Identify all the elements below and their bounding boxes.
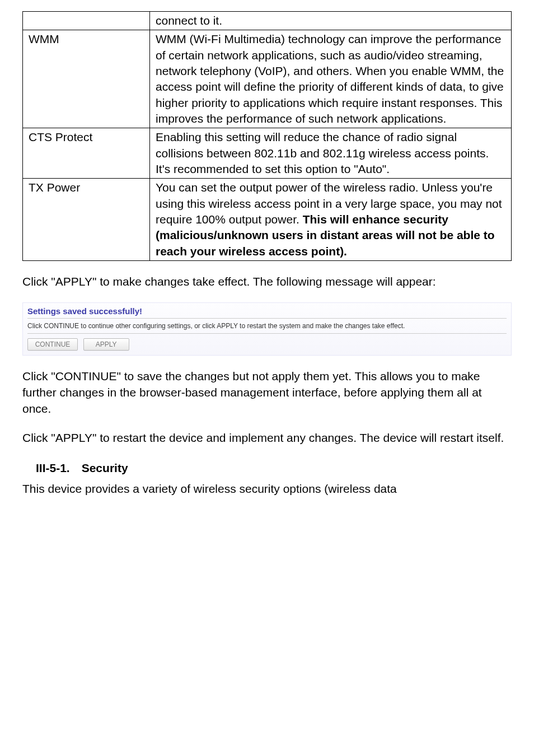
cell-cts-desc: Enabling this setting will reduce the ch…: [149, 128, 511, 179]
paragraph-security-intro: This device provides a variety of wirele…: [22, 480, 512, 497]
cell-connect: connect to it.: [149, 12, 511, 30]
settings-buttons-row: CONTINUE APPLY: [27, 334, 507, 351]
apply-button[interactable]: APPLY: [83, 338, 129, 351]
section-heading-security: III-5-1. Security: [36, 461, 512, 475]
paragraph-continue-explain: Click "CONTINUE" to save the changes but…: [22, 368, 512, 417]
settings-saved-title: Settings saved successfully!: [27, 306, 507, 318]
paragraph-apply-explain: Click "APPLY" to restart the device and …: [22, 430, 512, 446]
settings-table: connect to it. WMM WMM (Wi-Fi Multimedia…: [22, 11, 512, 261]
cell-wmm-desc: WMM (Wi-Fi Multimedia) technology can im…: [149, 30, 511, 128]
settings-saved-panel: Settings saved successfully! Click CONTI…: [22, 302, 512, 356]
settings-saved-message: Click CONTINUE to continue other configu…: [27, 318, 507, 334]
cell-empty: [23, 12, 150, 30]
cell-txpower-label: TX Power: [23, 179, 150, 261]
paragraph-apply-msg: Click "APPLY" to make changes take effec…: [22, 273, 512, 290]
cell-txpower-desc: You can set the output power of the wire…: [149, 179, 511, 261]
continue-button[interactable]: CONTINUE: [27, 338, 78, 351]
cell-wmm-label: WMM: [23, 30, 150, 128]
cell-cts-label: CTS Protect: [23, 128, 150, 179]
